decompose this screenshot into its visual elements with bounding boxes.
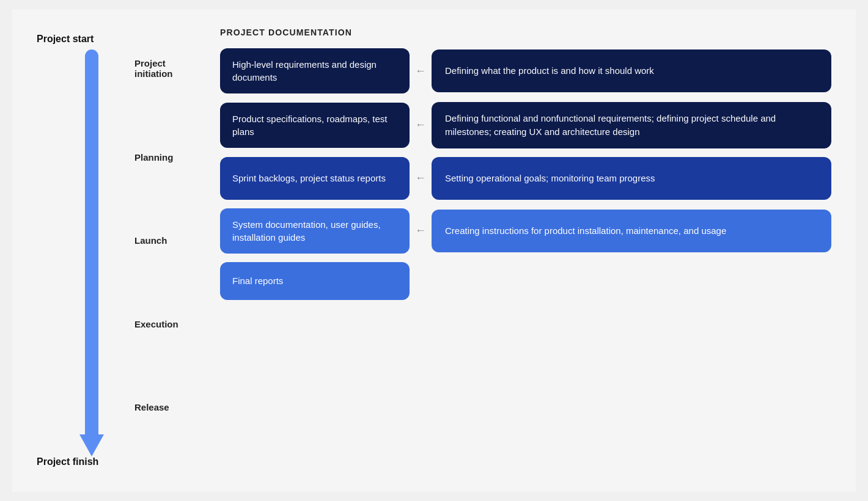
main-content: PROJECT DOCUMENTATION High-level require… (208, 27, 831, 474)
section-title: PROJECT DOCUMENTATION (220, 27, 831, 37)
doc-box-initiation: High-level requirements and design docum… (220, 48, 410, 93)
arrow-connector-initiation: ← (410, 65, 432, 78)
desc-box-execution: Setting operational goals; monitoring te… (432, 157, 831, 200)
phase-label-release: Release (134, 402, 208, 412)
doc-box-planning: Product specifications, roadmaps, test p… (220, 103, 410, 148)
arrow-head-icon (79, 434, 104, 456)
doc-text-final: Final reports (232, 274, 283, 287)
doc-text-planning: Product specifications, roadmaps, test p… (232, 112, 397, 138)
row-execution: Sprint backlogs, project status reports … (220, 157, 831, 200)
desc-box-initiation: Defining what the product is and how it … (432, 49, 831, 92)
timeline-column: Project start Project finish (37, 27, 134, 474)
doc-rows: High-level requirements and design docum… (220, 48, 831, 300)
desc-text-planning: Defining functional and nonfunctional re… (445, 112, 818, 139)
desc-box-planning: Defining functional and nonfunctional re… (432, 102, 831, 148)
desc-text-execution: Setting operational goals; monitoring te… (445, 172, 655, 185)
main-container: Project start Project finish Projectinit… (12, 9, 856, 492)
row-planning: Product specifications, roadmaps, test p… (220, 102, 831, 148)
desc-box-release: Creating instructions for product instal… (432, 210, 831, 252)
doc-text-release: System documentation, user guides, insta… (232, 218, 397, 244)
desc-text-initiation: Defining what the product is and how it … (445, 64, 654, 78)
doc-box-execution: Sprint backlogs, project status reports (220, 157, 410, 200)
project-finish-label: Project finish (37, 456, 98, 474)
row-initiation: High-level requirements and design docum… (220, 48, 831, 93)
phase-label-execution: Execution (134, 319, 208, 329)
arrow-track (37, 49, 134, 456)
phase-label-launch: Launch (134, 235, 208, 246)
phase-label-planning: Planning (134, 152, 208, 163)
project-start-label: Project start (37, 34, 94, 45)
arrow-connector-release: ← (410, 224, 432, 237)
doc-box-release: System documentation, user guides, insta… (220, 208, 410, 254)
phase-label-initiation: Projectinitiation (134, 58, 208, 79)
arrow-line (85, 49, 98, 436)
doc-box-final: Final reports (220, 262, 410, 300)
row-final: Final reports (220, 262, 831, 300)
phase-labels-col: Projectinitiation Planning Launch Execut… (134, 27, 208, 474)
desc-text-release: Creating instructions for product instal… (445, 224, 726, 238)
doc-text-initiation: High-level requirements and design docum… (232, 58, 397, 84)
arrow-connector-execution: ← (410, 172, 432, 185)
arrow-connector-planning: ← (410, 119, 432, 131)
doc-text-execution: Sprint backlogs, project status reports (232, 172, 386, 185)
row-release: System documentation, user guides, insta… (220, 208, 831, 254)
